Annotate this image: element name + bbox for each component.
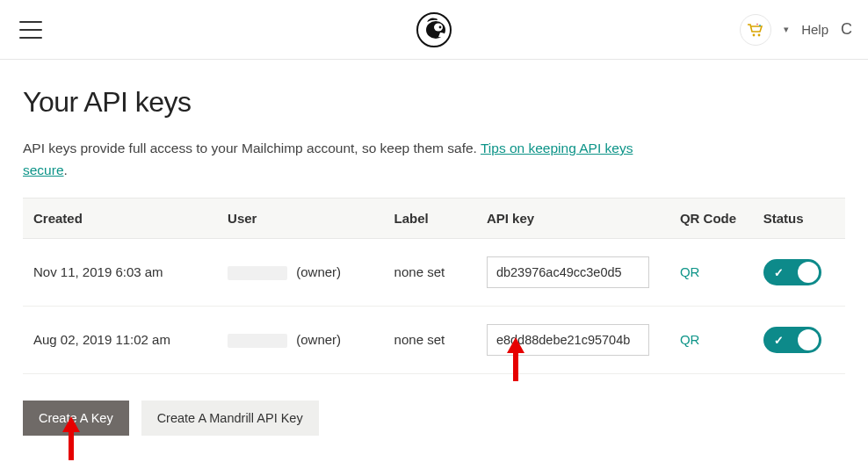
svg-point-2 — [434, 23, 443, 31]
desc-tail: . — [64, 162, 68, 177]
page-description: API keys provide full access to your Mai… — [23, 138, 655, 182]
svg-point-5 — [758, 33, 761, 36]
help-link[interactable]: Help — [801, 22, 828, 37]
page-title: Your API keys — [23, 86, 845, 119]
cart-icon[interactable] — [740, 14, 771, 46]
cell-status: ✓ — [753, 238, 845, 306]
cell-apikey — [476, 306, 669, 373]
user-role: (owner) — [296, 332, 341, 347]
col-header-created: Created — [23, 198, 217, 238]
api-key-input[interactable] — [487, 324, 649, 356]
cell-label[interactable]: none set — [384, 306, 476, 373]
cell-status: ✓ — [753, 306, 845, 373]
svg-point-6 — [759, 25, 761, 26]
cell-created: Aug 02, 2019 11:02 am — [23, 306, 217, 373]
create-mandrill-key-button[interactable]: Create A Mandrill API Key — [141, 401, 319, 436]
table-row: Nov 11, 2019 6:03 am (owner) none set QR… — [23, 238, 845, 306]
desc-text: API keys provide full access to your Mai… — [23, 141, 481, 155]
cell-apikey — [476, 238, 669, 306]
table-row: Aug 02, 2019 11:02 am (owner) none set Q… — [23, 306, 845, 373]
col-header-apikey: API key — [476, 198, 669, 238]
redacted-username — [228, 334, 287, 348]
cell-user: (owner) — [217, 306, 384, 373]
cell-label[interactable]: none set — [384, 238, 476, 306]
toggle-knob — [798, 329, 819, 350]
status-toggle[interactable]: ✓ — [763, 259, 821, 285]
user-role: (owner) — [296, 264, 341, 279]
redacted-username — [228, 266, 287, 280]
qr-link[interactable]: QR — [680, 332, 700, 347]
top-bar: ▾ Help C — [0, 0, 868, 60]
svg-point-3 — [439, 25, 442, 28]
col-header-qr: QR Code — [669, 198, 753, 238]
chevron-down-icon[interactable]: ▾ — [784, 24, 789, 35]
mailchimp-logo[interactable] — [416, 12, 452, 47]
col-header-label: Label — [384, 198, 476, 238]
status-toggle[interactable]: ✓ — [763, 327, 821, 353]
actions-row: Create A Key Create A Mandrill API Key — [23, 401, 845, 436]
create-key-button[interactable]: Create A Key — [23, 401, 129, 436]
toggle-knob — [798, 262, 819, 283]
menu-icon[interactable] — [19, 21, 42, 39]
edge-letter: C — [841, 20, 852, 39]
api-key-input[interactable] — [487, 256, 649, 288]
check-icon: ✓ — [774, 333, 784, 346]
api-keys-table: Created User Label API key QR Code Statu… — [23, 198, 845, 374]
check-icon: ✓ — [774, 265, 784, 278]
cell-user: (owner) — [217, 238, 384, 306]
col-header-user: User — [217, 198, 384, 238]
main-content: Your API keys API keys provide full acce… — [0, 60, 868, 436]
svg-point-4 — [753, 33, 756, 36]
col-header-status: Status — [753, 198, 845, 238]
qr-link[interactable]: QR — [680, 264, 700, 279]
cell-qr: QR — [669, 306, 753, 373]
header-tools: ▾ Help C — [740, 14, 852, 46]
cell-qr: QR — [669, 238, 753, 306]
cell-created: Nov 11, 2019 6:03 am — [23, 238, 217, 306]
svg-point-7 — [756, 23, 758, 25]
